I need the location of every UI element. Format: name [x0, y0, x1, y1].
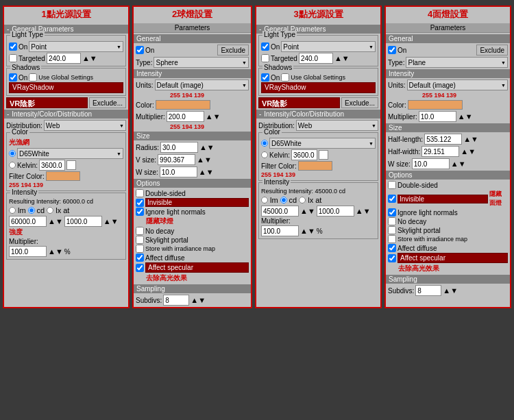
p2-subdivs-input[interactable] [163, 295, 189, 306]
p3-use-global-checkbox[interactable] [281, 73, 289, 82]
panel-2-title: 2球燈設置 [134, 7, 251, 23]
p4-units-dropdown[interactable]: Default (image) [407, 79, 508, 90]
kelvin-radio[interactable] [9, 162, 16, 169]
p3-cd-radio[interactable] [280, 197, 287, 203]
p3-intensity-value2-input[interactable] [317, 206, 354, 217]
kelvin-input[interactable] [39, 160, 65, 171]
use-global-checkbox[interactable] [29, 73, 37, 82]
p4-no-decay-checkbox[interactable] [388, 217, 396, 225]
p3-kelvin-input[interactable] [291, 149, 317, 160]
p2-affect-diffuse-checkbox[interactable] [136, 254, 144, 262]
p3-lm-radio[interactable] [261, 197, 268, 203]
panel-3: 3點光源設置 - General Parameters Light Type O… [255, 5, 382, 308]
p2-wsize-input[interactable] [160, 166, 197, 177]
p4-half-width-input[interactable] [421, 146, 459, 157]
p4-type-label: Type: [388, 59, 404, 66]
p2-store-irradiance-checkbox[interactable] [136, 245, 144, 253]
shadow-on-label: On [19, 74, 27, 82]
point-type-dropdown[interactable]: Point [29, 41, 123, 52]
p4-skylight-checkbox[interactable] [388, 226, 396, 234]
p2-multiplier-input[interactable] [167, 111, 204, 122]
minus-icon2: - [7, 110, 9, 118]
p3-exclude-button[interactable]: Exclude... [341, 97, 378, 108]
multiplier-input[interactable] [9, 246, 47, 257]
p4-affect-specular-checkbox[interactable] [388, 254, 396, 262]
shadow-on-checkbox[interactable] [9, 73, 17, 82]
p4-subdivs-input[interactable] [415, 285, 441, 296]
p2-radius-input[interactable] [160, 142, 198, 153]
filter-color-swatch[interactable] [46, 171, 80, 181]
d65white-dropdown[interactable]: D65White [17, 148, 123, 159]
d65white-radio[interactable] [9, 150, 16, 157]
p3-intensity-value1-input[interactable] [261, 206, 299, 217]
panel2-sampling-header: Sampling [134, 284, 251, 293]
p2-type-label: Type: [136, 59, 152, 66]
p4-store-irradiance-checkbox[interactable] [388, 235, 396, 243]
p3-d65white-radio[interactable] [261, 140, 268, 147]
p4-color-swatch[interactable] [408, 100, 463, 110]
p3-lxat-radio[interactable] [299, 197, 306, 203]
p2-invisible-checkbox[interactable] [136, 199, 144, 207]
p3-filter-label: Filter Color: [261, 162, 297, 170]
p2-units-dropdown[interactable]: Default (image) [155, 79, 249, 90]
p2-ignore-normals-checkbox[interactable] [136, 208, 144, 216]
p2-affect-specular-button[interactable]: Affect specular [145, 262, 249, 273]
panel-4: 4面燈設置 Parameters General On Exclude Type… [384, 5, 511, 308]
p3-targeted-checkbox[interactable] [261, 54, 269, 62]
p4-wsize-input[interactable] [412, 158, 450, 169]
p4-affect-specular-button[interactable]: Affect specular [397, 253, 508, 263]
intensity-value1-input[interactable] [9, 216, 47, 227]
p4-half-length-input[interactable] [424, 134, 462, 145]
intensity-value2-input[interactable] [64, 216, 102, 227]
p4-exclude-button[interactable]: Exclude [476, 45, 508, 55]
cd-radio[interactable] [28, 207, 35, 214]
p3-on-checkbox[interactable] [261, 42, 269, 51]
p2-skylight-checkbox[interactable] [136, 236, 144, 244]
p4-invisible-checkbox[interactable] [388, 195, 396, 203]
p3-shadow-on-checkbox[interactable] [261, 73, 269, 82]
p2-exclude-button[interactable]: Exclude [217, 45, 249, 55]
p4-type-dropdown[interactable]: Plane [406, 57, 508, 68]
p2-type-value: Sphere [156, 59, 178, 66]
p2-color-swatch[interactable] [156, 100, 210, 110]
panel4-params-header: Parameters [386, 23, 510, 33]
targeted-value-input[interactable] [47, 53, 81, 64]
panel4-intensity-header: Intensity [386, 69, 510, 78]
targeted-checkbox[interactable] [9, 54, 17, 62]
p2-invisible-button[interactable]: Invisible [145, 198, 249, 207]
p2-vsize-input[interactable] [158, 154, 195, 165]
p3-kelvin-radio[interactable] [261, 151, 268, 158]
on-checkbox[interactable] [9, 42, 17, 51]
p2-type-dropdown[interactable]: Sphere [154, 57, 249, 68]
color-annotation: 光漁網 [9, 138, 123, 147]
panel-3-title: 3點光源設置 [256, 7, 380, 23]
p3-vr-shadow-label: VR陰影 [258, 97, 340, 108]
p3-multiplier-input[interactable] [261, 225, 299, 236]
exclude-button[interactable]: Exclude... [89, 97, 126, 108]
intensity-group-label: Intensity [10, 188, 38, 196]
p3-vray-shadow-dropdown[interactable]: VRayShadow [261, 82, 376, 93]
p4-double-sided-checkbox[interactable] [388, 181, 396, 189]
p4-multiplier-input[interactable] [419, 111, 456, 122]
p4-options-label: Options [389, 171, 412, 179]
lxat-radio[interactable] [47, 207, 53, 214]
p4-invisible-button[interactable]: Invisible [397, 195, 488, 203]
p2-affect-diffuse-label: Affect diffuse [145, 254, 184, 262]
p2-on-checkbox[interactable] [136, 46, 144, 54]
p3-type-dropdown[interactable]: Point [281, 41, 376, 52]
p4-annotation-specular: 去除高光效果 [398, 264, 508, 273]
p4-ignore-normals-checkbox[interactable] [388, 208, 396, 217]
p3-targeted-input[interactable] [299, 53, 333, 64]
p4-affect-diffuse-checkbox[interactable] [388, 244, 396, 252]
p3-filter-swatch[interactable] [298, 161, 332, 171]
p3-kelvin-label: Kelvin: [269, 151, 290, 159]
p3-distribution-dropdown[interactable]: Web [296, 120, 378, 131]
p2-affect-specular-checkbox[interactable] [136, 264, 144, 272]
p2-double-sided-checkbox[interactable] [136, 189, 144, 197]
lm-radio[interactable] [9, 207, 16, 214]
p2-no-decay-checkbox[interactable] [136, 227, 144, 235]
vray-shadow-dropdown[interactable]: VRayShadow [9, 82, 123, 93]
distribution-dropdown[interactable]: Web [44, 120, 126, 131]
p4-on-checkbox[interactable] [388, 46, 396, 54]
p3-d65white-dropdown[interactable]: D65White [269, 138, 376, 149]
